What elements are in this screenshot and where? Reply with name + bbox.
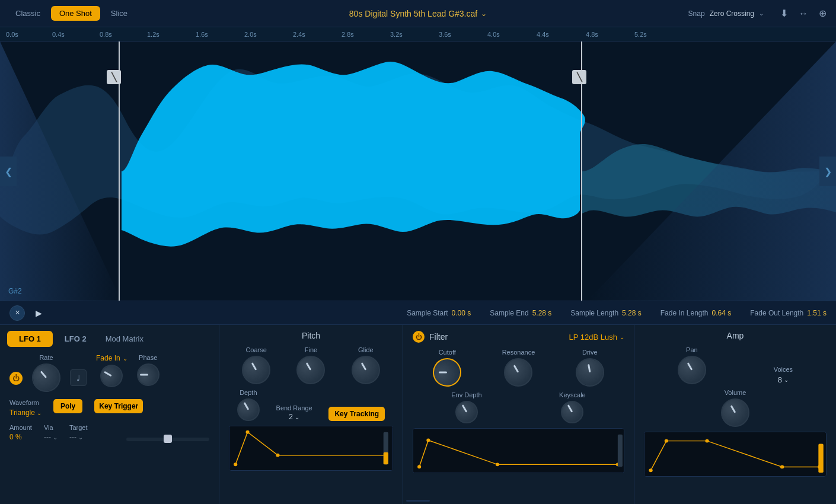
mod-matrix-button[interactable]: Mod Matrix (98, 331, 151, 347)
fine-knob[interactable] (296, 356, 325, 384)
env-depth-knob[interactable] (455, 401, 478, 423)
waveform-chevron-icon: ⌄ (37, 410, 42, 416)
expand-icon[interactable]: ↔ (796, 7, 811, 20)
via-chevron-icon: ⌄ (53, 434, 58, 441)
bottom-section: LFO 1 LFO 2 Mod Matrix ⏻ Rate x ♩ Fade I… (0, 325, 836, 504)
lfo-bottom: Amount 0 % Via --- ⌄ Target --- ⌄ (0, 420, 219, 445)
note-icon-button[interactable]: ♩ (70, 369, 87, 386)
lfo-amount-slider[interactable] (126, 438, 209, 441)
amp-envelope-mini[interactable] (644, 432, 827, 477)
svg-point-2 (246, 430, 250, 434)
start-marker-handle[interactable]: ╲ (107, 70, 121, 84)
fade-in-dropdown[interactable]: Fade In ⌄ (96, 354, 127, 362)
pan-knob[interactable] (678, 356, 706, 384)
classic-mode-button[interactable]: Classic (7, 6, 49, 21)
phase-knob[interactable] (133, 359, 164, 390)
voices-chevron-icon: ⌄ (784, 377, 789, 383)
voices-dropdown[interactable]: 8 ⌄ (778, 375, 789, 384)
glide-label: Glide (358, 346, 374, 353)
resonance-knob-group: Resonance (502, 349, 535, 387)
oneshot-mode-button[interactable]: One Shot (51, 6, 100, 21)
note-label: G#2 (8, 287, 22, 295)
filter-envelope-mini[interactable] (413, 428, 624, 473)
phase-label: Phase (139, 354, 157, 361)
status-divider (406, 500, 430, 502)
more-icon[interactable]: ⊕ (816, 7, 829, 20)
sample-start-field: Sample Start 0.00 s (407, 309, 471, 317)
lfo-via-label: Via (44, 424, 58, 431)
svg-point-9 (426, 439, 430, 442)
filter-title: Filter (429, 332, 448, 342)
bend-range-dropdown[interactable]: 2 ⌄ (289, 413, 299, 421)
sample-length-field: Sample Length 5.28 s (570, 309, 641, 317)
resonance-label: Resonance (502, 349, 535, 356)
volume-knob[interactable] (721, 398, 749, 427)
drive-knob[interactable] (572, 354, 608, 391)
timeline-label-44: 4.4s (537, 31, 549, 38)
lfo-power-button[interactable]: ⏻ (9, 372, 23, 385)
fade-in-field: Fade In Length 0.64 s (660, 309, 731, 317)
filter-power-button[interactable]: ⏻ (413, 331, 425, 343)
env-depth-knob-group: Env Depth (451, 391, 481, 423)
play-button[interactable]: ▶ (31, 305, 46, 321)
nav-arrow-right-button[interactable]: ❯ (819, 157, 836, 186)
pitch-envelope-mini[interactable] (229, 426, 393, 471)
lfo-via-dropdown[interactable]: --- ⌄ (44, 433, 58, 441)
keyscale-label: Keyscale (559, 391, 586, 398)
svg-rect-19 (818, 444, 823, 473)
svg-rect-7 (413, 429, 624, 473)
svg-point-10 (496, 462, 499, 466)
timeline-label-52: 5.2s (634, 31, 647, 38)
keyscale-knob-group: Keyscale (559, 391, 586, 423)
fade-in-value: 0.64 s (712, 309, 732, 317)
glide-knob[interactable] (352, 356, 380, 384)
coarse-knob[interactable] (242, 356, 270, 384)
slice-mode-button[interactable]: Slice (103, 6, 136, 21)
fade-in-knob[interactable] (96, 361, 127, 391)
normalize-icon[interactable]: ⬇ (778, 7, 790, 20)
sample-end-value: 5.28 s (532, 309, 552, 317)
end-marker-handle[interactable]: ╲ (572, 70, 586, 84)
lfo1-tab[interactable]: LFO 1 (7, 331, 53, 347)
stop-button[interactable]: ✕ (9, 305, 25, 321)
depth-knob[interactable] (237, 398, 260, 421)
keyscale-knob[interactable] (561, 401, 583, 423)
nav-arrow-left-button[interactable]: ❮ (0, 157, 17, 186)
filter-header: ⏻ Filter LP 12dB Lush ⌄ (413, 331, 624, 343)
top-bar: Classic One Shot Slice 80s Digital Synth… (0, 0, 836, 27)
volume-label: Volume (725, 389, 746, 396)
timeline-label-04: 0.4s (52, 31, 65, 38)
start-handle-slash-icon: ╲ (111, 72, 116, 82)
lfo-waveform-label: Waveform (9, 399, 42, 406)
lfo-amount-group: Amount 0 % (9, 424, 32, 441)
timeline-label-32: 3.2s (390, 31, 403, 38)
timeline-ruler: 0.0s 0.4s 0.8s 1.2s 1.6s 2.0s 2.4s 2.8s … (0, 27, 836, 42)
lfo-slider-thumb[interactable] (164, 435, 172, 443)
file-dropdown-icon[interactable]: ⌄ (481, 9, 487, 18)
status-bar: ✕ ▶ Sample Start 0.00 s Sample End 5.28 … (0, 301, 836, 325)
amount-slider-container (126, 438, 209, 441)
snap-chevron-icon[interactable]: ⌄ (759, 10, 764, 17)
resonance-knob[interactable] (504, 358, 532, 387)
waveform-container: 0.0s 0.4s 0.8s 1.2s 1.6s 2.0s 2.4s 2.8s … (0, 27, 836, 301)
lfo-target-dropdown[interactable]: --- ⌄ (69, 433, 88, 441)
rate-knob[interactable] (30, 361, 63, 394)
sample-end-field: Sample End 5.28 s (490, 309, 551, 317)
timeline-label-40: 4.0s (487, 31, 500, 38)
sample-start-value: 0.00 s (452, 309, 471, 317)
filter-type-dropdown[interactable]: LP 12dB Lush ⌄ (569, 333, 624, 342)
waveform-canvas[interactable]: ╲ ╲ G#2 ❮ ❯ (0, 42, 836, 301)
cutoff-knob[interactable] (427, 353, 467, 392)
filter-type-chevron-icon: ⌄ (620, 334, 624, 340)
lfo2-tab[interactable]: LFO 2 (53, 331, 98, 347)
poly-button[interactable]: Poly (53, 399, 82, 413)
key-tracking-button[interactable]: Key Tracking (328, 407, 385, 421)
top-icons: ⬇ ↔ ⊕ (778, 7, 829, 20)
filter-knobs-row2: Env Depth Keyscale (413, 391, 624, 423)
sample-length-value: 5.28 s (622, 309, 642, 317)
timeline-label-36: 3.6s (439, 31, 451, 38)
key-trigger-button[interactable]: Key Trigger (94, 399, 143, 413)
lfo-waveform-dropdown[interactable]: Triangle ⌄ (9, 409, 42, 417)
svg-rect-6 (384, 452, 388, 464)
rate-label: Rate (39, 354, 53, 361)
